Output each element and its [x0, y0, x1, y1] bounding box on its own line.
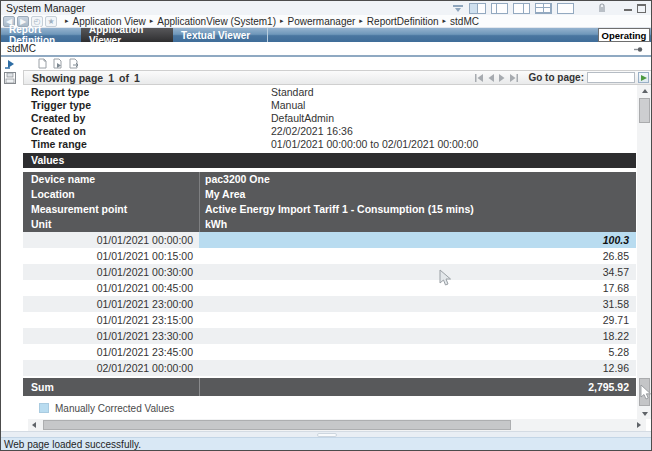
viewer-toolbar — [1, 57, 651, 70]
timestamp-cell: 01/01/2021 00:45:00 — [23, 280, 199, 296]
breadcrumb-separator-icon: ▸ — [280, 17, 284, 25]
breadcrumb-item[interactable]: ReportDefinition — [367, 16, 439, 27]
report-info-label: Report type — [23, 86, 271, 98]
last-page-icon[interactable] — [509, 74, 519, 82]
tab-report-definition[interactable]: Report Definition — [1, 28, 81, 42]
next-page-icon[interactable] — [498, 74, 506, 82]
operating-mode-button[interactable]: Operating — [598, 28, 650, 42]
report-info-row: Created byDefaultAdmin — [23, 111, 636, 124]
device-info-value: kWh — [199, 218, 227, 230]
status-message: Web page loaded successfully. — [4, 439, 141, 450]
report-info-value: 22/02/2021 16:36 — [271, 125, 353, 137]
minimize-icon[interactable] — [624, 3, 632, 11]
horizontal-scrollbar[interactable] — [28, 419, 646, 431]
device-info-value: Active Energy Import Tariff 1 - Consumpt… — [199, 203, 474, 215]
report-info-label: Trigger type — [23, 99, 271, 111]
goto-page-input[interactable] — [587, 72, 635, 83]
titlebar: System Manager — [1, 1, 651, 15]
table-row[interactable]: 01/01/2021 23:45:005.28 — [23, 344, 636, 360]
breadcrumb-item[interactable]: stdMC — [450, 16, 479, 27]
scroll-down-icon[interactable] — [637, 408, 652, 419]
device-info-row: Measurement pointActive Energy Import Ta… — [23, 202, 636, 217]
sum-label: Sum — [23, 381, 199, 393]
lock-icon — [598, 3, 606, 13]
report-info: Report typeStandardTrigger typeManualCre… — [23, 85, 636, 151]
document-tab-stdmc[interactable]: stdMC — [7, 43, 36, 54]
table-row[interactable]: 01/01/2021 23:00:0031.58 — [23, 296, 636, 312]
legend-label: Manually Corrected Values — [55, 403, 174, 414]
sum-value: 2,795.92 — [199, 381, 636, 393]
scroll-left-icon[interactable] — [28, 419, 40, 431]
report-info-value: 01/01/2021 00:00:00 to 02/01/2021 00:00:… — [271, 138, 478, 150]
report-info-row: Created on22/02/2021 16:36 — [23, 125, 636, 138]
timestamp-cell: 01/01/2021 23:00:00 — [23, 296, 199, 312]
tab-textual-viewer[interactable]: Textual Viewer — [173, 28, 253, 42]
report-view: Showing page 1 of 1 Go to page: Report t… — [1, 70, 652, 431]
values-section-header: Values — [23, 153, 636, 168]
report-info-value: Manual — [271, 99, 305, 111]
dock-icon[interactable] — [452, 4, 464, 13]
device-info-label: Device name — [23, 173, 199, 185]
status-bar: Web page loaded successfully. — [1, 437, 652, 450]
run-report-icon[interactable] — [4, 59, 18, 69]
tab-separator — [267, 28, 268, 42]
value-cell: 5.28 — [199, 344, 636, 360]
save-icon[interactable] — [4, 72, 16, 84]
scroll-up-icon[interactable] — [637, 85, 652, 96]
export-document-icon[interactable] — [53, 58, 63, 69]
breadcrumb-separator-icon: ▸ — [443, 17, 447, 25]
current-page: 1 — [108, 72, 114, 84]
document-arrow-icon[interactable] — [69, 58, 80, 69]
table-row[interactable]: 01/01/2021 23:15:0029.71 — [23, 312, 636, 328]
timestamp-cell: 01/01/2021 23:45:00 — [23, 344, 199, 360]
scroll-right-icon[interactable] — [633, 419, 645, 431]
splitter-grip[interactable] — [317, 433, 337, 437]
pin-icon[interactable] — [634, 46, 643, 53]
document-icon[interactable] — [38, 58, 47, 69]
device-info-row: LocationMy Area — [23, 187, 636, 202]
table-row[interactable]: 01/01/2021 23:30:0018.22 — [23, 328, 636, 344]
report-info-row: Report typeStandard — [23, 85, 636, 98]
report-info-row: Trigger typeManual — [23, 98, 636, 111]
layout-left-pane-icon[interactable] — [491, 3, 508, 14]
table-row[interactable]: 01/01/2021 00:30:0034.57 — [23, 264, 636, 280]
report-info-label: Created by — [23, 112, 271, 124]
vertical-scrollbar[interactable] — [637, 85, 652, 419]
report-info-value: DefaultAdmin — [271, 112, 334, 124]
breadcrumb-separator-icon: ▸ — [359, 17, 363, 25]
tab-bar: Report DefinitionApplication ViewerTextu… — [1, 28, 651, 42]
goto-page-label: Go to page: — [528, 72, 584, 83]
table-row[interactable]: 01/01/2021 00:15:0026.85 — [23, 248, 636, 264]
value-cell: 29.71 — [199, 312, 636, 328]
vertical-scrollbar-thumb-lower[interactable] — [639, 378, 650, 406]
left-gutter — [1, 70, 23, 431]
breadcrumb-item[interactable]: Powermanager — [288, 16, 356, 27]
timestamp-cell: 02/01/2021 00:00:00 — [23, 360, 199, 376]
layout-right-pane-icon[interactable] — [513, 3, 530, 14]
vertical-scrollbar-thumb[interactable] — [639, 98, 650, 123]
tab-application-viewer[interactable]: Application Viewer — [81, 28, 173, 42]
table-row[interactable]: 01/01/2021 00:45:0017.68 — [23, 280, 636, 296]
layout-grid-icon[interactable] — [535, 3, 552, 14]
breadcrumb-item[interactable]: ApplicationView (System1) — [157, 16, 276, 27]
go-icon[interactable] — [638, 72, 649, 83]
report-info-value: Standard — [271, 86, 314, 98]
table-row[interactable]: 02/01/2021 00:00:0012.96 — [23, 360, 636, 376]
legend: Manually Corrected Values — [23, 403, 636, 414]
device-info-value: pac3200 One — [199, 173, 270, 185]
showing-page-label: Showing page — [32, 72, 103, 84]
document-tab-bar: stdMC — [1, 42, 651, 57]
value-cell-manually-corrected: 100.3 — [199, 232, 636, 248]
value-cell: 26.85 — [199, 248, 636, 264]
table-row[interactable]: 01/01/2021 00:00:00100.3 — [23, 232, 636, 248]
horizontal-scrollbar-thumb[interactable] — [43, 420, 511, 430]
device-info-row: Device namepac3200 One — [23, 172, 636, 187]
layout-single-pane-icon[interactable] — [557, 3, 574, 14]
timestamp-cell: 01/01/2021 00:15:00 — [23, 248, 199, 264]
previous-page-icon[interactable] — [487, 74, 495, 82]
value-cell: 18.22 — [199, 328, 636, 344]
total-pages: 1 — [134, 72, 140, 84]
first-page-icon[interactable] — [474, 74, 484, 82]
restore-icon[interactable] — [637, 4, 646, 13]
layout-two-pane-icon[interactable] — [469, 3, 486, 14]
